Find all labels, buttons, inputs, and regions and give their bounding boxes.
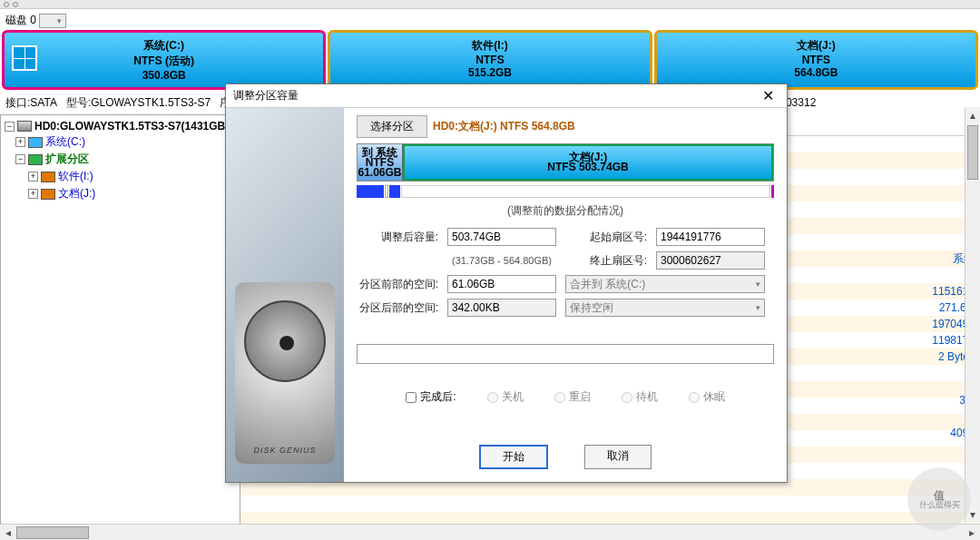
expand-icon[interactable]: +: [28, 172, 38, 182]
dialog-title: 调整分区容量: [233, 88, 757, 103]
tree-label: 系统(C:): [45, 134, 85, 150]
input-space-before[interactable]: [447, 275, 556, 293]
tree-label: HD0:GLOWAYSTK1.5TS3-S7(1431GB): [34, 120, 229, 133]
label-start-sector: 起始扇区号:: [565, 230, 647, 245]
label-new-size: 调整后容量:: [357, 230, 438, 245]
disk-selector-row: 磁盘 0 ▾: [0, 9, 980, 28]
tree-label: 文档(J:): [58, 186, 95, 201]
progress-bar: [357, 344, 774, 364]
end-marker: [771, 185, 774, 198]
tree-node-j[interactable]: + 文档(J:): [3, 185, 238, 202]
label-space-before: 分区前部的空间:: [357, 277, 438, 292]
seg-size: 61.06GB: [358, 168, 401, 178]
radio-reboot[interactable]: 重启: [554, 389, 591, 405]
before-hint: (调整前的数据分配情况): [357, 203, 774, 219]
after-complete-row: 完成后: 关机 重启 待机 休眠: [357, 389, 774, 405]
tree-node-extended[interactable]: − 扩展分区: [3, 151, 238, 168]
resize-preview-bar[interactable]: 到 系统 NTFS 61.06GB 文档(J:) NTFS 503.74GB: [357, 143, 774, 182]
platter-icon: [244, 300, 326, 382]
tree-node-hd0[interactable]: − HD0:GLOWAYSTK1.5TS3-S7(1431GB): [3, 119, 238, 133]
part-fs: NTFS: [330, 54, 649, 66]
input-new-size[interactable]: [447, 228, 556, 246]
selected-partition-path: HD0:文档(J:) NTFS 564.8GB: [433, 119, 575, 134]
brand-label: DISK GENIUS: [235, 446, 335, 455]
drive-icon: [28, 137, 43, 148]
scroll-thumb[interactable]: [16, 526, 89, 539]
free-block: [401, 185, 770, 198]
dialog-titlebar[interactable]: 调整分区容量 ✕: [226, 84, 787, 108]
partition-tree: − HD0:GLOWAYSTK1.5TS3-S7(1431GB) + 系统(C:…: [0, 114, 240, 540]
part-size: 350.8GB: [5, 69, 323, 82]
part-fs: NTFS: [657, 54, 975, 66]
label: 完成后:: [420, 389, 456, 405]
scroll-left-icon[interactable]: ◂: [0, 526, 16, 539]
radio-standby[interactable]: 待机: [622, 389, 658, 405]
watermark-text: 什么值得买: [919, 501, 960, 509]
close-icon[interactable]: ✕: [757, 87, 779, 104]
part-size: 564.8GB: [657, 66, 975, 79]
toolbar-dot: [13, 2, 18, 7]
collapse-icon[interactable]: −: [15, 154, 25, 164]
combo-space-after-action[interactable]: 保持空闲▾: [565, 299, 765, 317]
checkbox-after-complete[interactable]: 完成后:: [406, 389, 456, 405]
partition-card-c[interactable]: 系统(C:) NTFS (活动) 350.8GB: [2, 30, 326, 90]
horizontal-scrollbar[interactable]: ◂ ▸: [0, 524, 980, 540]
input-start-sector[interactable]: [656, 228, 765, 246]
segment-merge-target[interactable]: 到 系统 NTFS 61.06GB: [358, 144, 403, 181]
window-toolbar: [0, 0, 980, 9]
model-label: 型号:GLOWAYSTK1.5TS3-S7: [66, 95, 211, 111]
scroll-thumb[interactable]: [967, 125, 978, 180]
part-name: 软件(I:): [330, 38, 649, 54]
partition-card-j[interactable]: 文档(J:) NTFS 564.8GB: [654, 30, 978, 90]
used-block: [389, 185, 400, 198]
tree-label: 软件(I:): [58, 169, 93, 184]
part-fs: NTFS (活动): [5, 54, 323, 69]
resize-form: 调整后容量: 起始扇区号: (31.73GB - 564.80GB) 终止扇区号…: [357, 228, 774, 317]
partition-map: 系统(C:) NTFS (活动) 350.8GB 软件(I:) NTFS 515…: [0, 28, 980, 92]
input-end-sector[interactable]: [656, 251, 765, 270]
collapse-icon[interactable]: −: [5, 122, 15, 132]
tree-node-c[interactable]: + 系统(C:): [3, 133, 238, 151]
scroll-up-icon[interactable]: ▴: [965, 107, 980, 123]
partition-card-i[interactable]: 软件(I:) NTFS 515.2GB: [328, 30, 652, 90]
label-end-sector: 终止扇区号:: [565, 253, 647, 269]
expand-icon[interactable]: +: [15, 137, 25, 147]
checkbox[interactable]: [406, 392, 416, 403]
radio-hibernate[interactable]: 休眠: [689, 389, 725, 405]
drive-icon: [41, 172, 55, 182]
label-space-after: 分区后部的空间:: [357, 300, 438, 316]
part-name: 文档(J:): [657, 38, 975, 54]
segment-current[interactable]: 文档(J:) NTFS 503.74GB: [403, 144, 773, 181]
part-name: 系统(C:): [5, 38, 323, 54]
iface-label: 接口:SATA: [5, 95, 57, 111]
input-space-after[interactable]: [447, 299, 556, 317]
combo-space-before-action[interactable]: 合并到 系统(C:)▾: [565, 275, 765, 293]
vertical-scrollbar[interactable]: ▴ ▾: [965, 107, 980, 522]
watermark-char: 值: [934, 490, 945, 501]
cancel-button[interactable]: 取消: [584, 445, 652, 469]
used-block: [357, 185, 384, 198]
usage-minibar: [357, 185, 774, 198]
part-size: 515.2GB: [330, 66, 649, 79]
scroll-right-icon[interactable]: ▸: [964, 526, 980, 539]
expand-icon[interactable]: +: [28, 189, 38, 199]
hdd-illustration: DISK GENIUS: [235, 282, 335, 464]
drive-icon: [28, 154, 43, 165]
resize-partition-dialog: 调整分区容量 ✕ DISK GENIUS 选择分区 HD0:文档(J:) NTF…: [225, 83, 788, 483]
disk-number-label: 磁盘 0 ▾: [5, 13, 66, 28]
drive-icon: [41, 189, 55, 200]
disk-icon: [17, 121, 32, 132]
radio-shutdown[interactable]: 关机: [487, 389, 524, 405]
dialog-sidebar-image: DISK GENIUS: [226, 108, 344, 482]
windows-logo-icon: [12, 45, 37, 71]
disk-dropdown[interactable]: ▾: [39, 14, 66, 28]
seg-fs: NTFS 503.74GB: [547, 162, 628, 172]
select-partition-button[interactable]: 选择分区: [357, 115, 427, 138]
toolbar-dot: [4, 2, 9, 7]
watermark: 值 什么值得买: [907, 467, 971, 531]
tree-label: 扩展分区: [45, 152, 89, 167]
size-range-hint: (31.73GB - 564.80GB): [447, 255, 556, 266]
tree-node-i[interactable]: + 软件(I:): [3, 168, 238, 185]
gap: [385, 185, 388, 198]
start-button[interactable]: 开始: [479, 445, 548, 469]
